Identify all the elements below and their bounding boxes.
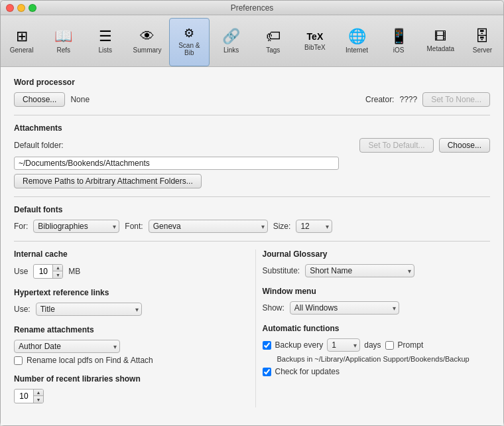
recent-libraries-down[interactable]: ▼ xyxy=(34,396,43,403)
toolbar-item-refs[interactable]: 📖 Refs xyxy=(43,18,84,66)
rename-format-select[interactable]: Author Date Title Custom xyxy=(14,340,120,353)
refs-icon: 📖 xyxy=(54,29,72,44)
window-menu-select[interactable]: All Windows Current Window xyxy=(290,301,399,315)
summary-icon: 👁 xyxy=(140,29,155,44)
internal-cache-mb-label: MB xyxy=(68,267,80,276)
window-menu-title: Window menu xyxy=(263,287,491,296)
set-to-default-button[interactable]: Set To Default... xyxy=(359,138,433,153)
recent-libraries-row: ▲ ▼ xyxy=(14,389,242,403)
remove-paths-button[interactable]: Remove Paths to Arbitrary Attachment Fol… xyxy=(14,174,202,188)
for-label: For: xyxy=(14,222,28,231)
rename-local-label: Rename local pdfs on Find & Attach xyxy=(27,356,153,365)
folder-path-input[interactable] xyxy=(14,157,339,170)
attachments-choose-button[interactable]: Choose... xyxy=(439,138,490,153)
word-processor-title: Word processor xyxy=(14,78,490,87)
title-bar: Preferences xyxy=(1,1,503,15)
toolbar-label-internet: Internet xyxy=(346,46,368,54)
check-updates-checkbox[interactable] xyxy=(263,368,271,376)
toolbar: ⊞ General 📖 Refs ☰ Lists 👁 Summary ⚙ Sca… xyxy=(1,15,503,67)
two-col-section: Internal cache Use ▲ ▼ MB Hypertext refe… xyxy=(14,249,490,407)
automatic-functions-title: Automatic functions xyxy=(263,324,491,333)
maximize-button[interactable] xyxy=(29,4,36,12)
recent-libraries-stepper-btns: ▲ ▼ xyxy=(33,390,43,403)
substitute-label: Substitute: xyxy=(263,266,300,275)
word-processor-creator-value: ???? xyxy=(399,95,417,104)
toolbar-item-server[interactable]: 🗄 Server xyxy=(462,18,503,66)
backup-checkbox[interactable] xyxy=(263,341,271,350)
toolbar-item-scan-bib[interactable]: ⚙ Scan & Bib xyxy=(169,18,210,66)
default-folder-row: Default folder: Set To Default... Choose… xyxy=(14,138,490,153)
toolbar-label-lists: Lists xyxy=(99,46,113,54)
check-updates-row: Check for updates xyxy=(263,367,491,376)
recent-libraries-title: Number of recent libraries shown xyxy=(14,374,242,384)
stepper-down[interactable]: ▼ xyxy=(53,271,62,278)
rename-local-checkbox[interactable] xyxy=(14,356,23,365)
toolbar-item-tags[interactable]: 🏷 Tags xyxy=(253,18,293,66)
toolbar-item-links[interactable]: 🔗 Links xyxy=(211,18,251,66)
backup-days-select[interactable]: 1 2 3 xyxy=(327,338,360,352)
prompt-label: Prompt xyxy=(398,340,424,350)
size-select[interactable]: 12 10 14 xyxy=(296,220,332,233)
toolbar-item-metadata[interactable]: 🎞 Metadata xyxy=(420,18,461,66)
backup-path: Backups in ~/Library/Application Support… xyxy=(277,355,491,363)
toolbar-item-bibtex[interactable]: TeX BibTeX xyxy=(294,18,335,66)
recent-libraries-section: Number of recent libraries shown ▲ ▼ xyxy=(14,374,242,403)
internal-cache-use-label: Use xyxy=(14,267,28,276)
set-to-none-button[interactable]: Set To None... xyxy=(422,92,490,107)
rename-format-wrapper: Author Date Title Custom xyxy=(14,340,120,353)
col-left: Internal cache Use ▲ ▼ MB Hypertext refe… xyxy=(14,249,255,407)
toolbar-item-general[interactable]: ⊞ General xyxy=(1,18,42,66)
default-folder-label: Default folder: xyxy=(14,141,64,150)
toolbar-item-ios[interactable]: 📱 iOS xyxy=(379,18,419,66)
internal-cache-row: Use ▲ ▼ MB xyxy=(14,264,242,279)
font-select-wrapper: Geneva Helvetica Arial xyxy=(149,220,268,233)
internal-cache-value[interactable] xyxy=(34,265,52,277)
prompt-checkbox[interactable] xyxy=(385,341,394,350)
word-processor-row: Choose... None Creator: ???? Set To None… xyxy=(14,92,490,107)
font-select[interactable]: Geneva Helvetica Arial xyxy=(149,220,268,233)
minimize-button[interactable] xyxy=(17,4,25,12)
toolbar-item-lists[interactable]: ☰ Lists xyxy=(85,18,125,66)
font-label: Font: xyxy=(125,222,143,231)
preferences-window: Preferences ⊞ General 📖 Refs ☰ Lists 👁 S… xyxy=(0,0,504,426)
remove-paths-row: Remove Paths to Arbitrary Attachment Fol… xyxy=(14,174,490,188)
close-button[interactable] xyxy=(6,4,14,12)
window-controls xyxy=(6,4,36,12)
window-title: Preferences xyxy=(231,3,274,13)
internal-cache-stepper: ▲ ▼ xyxy=(33,264,63,279)
separator-2 xyxy=(14,196,490,197)
hypertext-select-wrapper: Title Author Year xyxy=(36,303,142,316)
hypertext-title: Hypertext reference links xyxy=(14,288,242,297)
toolbar-label-refs: Refs xyxy=(56,46,70,54)
hypertext-select[interactable]: Title Author Year xyxy=(36,303,142,316)
for-select[interactable]: Bibliographies Notes Citations xyxy=(33,220,119,233)
internal-cache-title: Internal cache xyxy=(14,249,242,259)
metadata-icon: 🎞 xyxy=(434,31,446,42)
toolbar-item-summary[interactable]: 👁 Summary xyxy=(127,18,167,66)
toolbar-label-ios: iOS xyxy=(393,46,405,54)
word-processor-choose-button[interactable]: Choose... xyxy=(14,92,65,107)
size-select-wrapper: 12 10 14 xyxy=(296,220,332,233)
content-area: Word processor Choose... None Creator: ?… xyxy=(1,67,503,425)
ios-icon: 📱 xyxy=(390,29,408,44)
stepper-up[interactable]: ▲ xyxy=(53,265,62,271)
window-menu-show-label: Show: xyxy=(263,303,284,313)
recent-libraries-stepper: ▲ ▼ xyxy=(14,389,44,403)
size-label: Size: xyxy=(273,222,291,231)
toolbar-label-general: General xyxy=(10,46,34,54)
toolbar-item-internet[interactable]: 🌐 Internet xyxy=(336,18,377,66)
separator-1 xyxy=(14,115,490,115)
backup-days-label: days xyxy=(364,340,381,350)
substitute-select[interactable]: Short Name Full Name Abbreviation xyxy=(305,264,414,277)
word-processor-none: None xyxy=(70,95,90,104)
recent-libraries-value[interactable] xyxy=(15,390,33,402)
toolbar-label-tags: Tags xyxy=(266,46,280,54)
backup-row: Backup every 1 2 3 days Prompt xyxy=(263,338,491,352)
journal-glossary-row: Substitute: Short Name Full Name Abbrevi… xyxy=(263,264,491,277)
toolbar-label-metadata: Metadata xyxy=(426,45,454,52)
recent-libraries-up[interactable]: ▲ xyxy=(34,390,43,396)
window-menu-select-wrapper: All Windows Current Window xyxy=(290,301,399,315)
journal-glossary-title: Journal Glossary xyxy=(263,249,491,259)
rename-format-row: Author Date Title Custom xyxy=(14,340,242,353)
default-fonts-title: Default fonts xyxy=(14,205,490,214)
